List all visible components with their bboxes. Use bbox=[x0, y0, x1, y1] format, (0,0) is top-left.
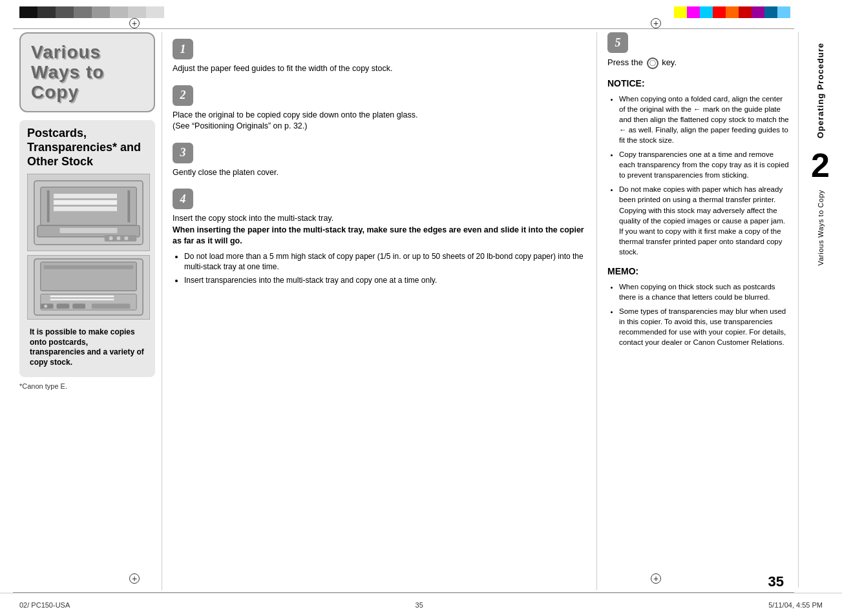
sidebar-subtitle: Various Ways to Copy bbox=[817, 190, 825, 266]
step-2-icon: 2 bbox=[173, 85, 193, 106]
page-number: 35 bbox=[768, 573, 784, 590]
step-5-number: 5 bbox=[615, 36, 621, 50]
copier-svg-top bbox=[28, 174, 149, 251]
key-icon: ◯ bbox=[647, 57, 658, 69]
svg-rect-16 bbox=[50, 298, 114, 300]
bullet-item: Do not load more than a 5 mm high stack … bbox=[184, 251, 586, 273]
step-4-bullets: Do not load more than a 5 mm high stack … bbox=[173, 251, 586, 286]
notice-item: Copy transparencies one at a time and re… bbox=[619, 149, 790, 180]
left-panel: Various Ways to Copy Postcards, Transpar… bbox=[19, 32, 162, 590]
right-panel: 5 Press the ◯ key. NOTICE: When copying … bbox=[596, 32, 790, 590]
registration-mark-top-right bbox=[651, 18, 661, 28]
svg-point-10 bbox=[109, 236, 113, 240]
copier-svg-bottom bbox=[28, 256, 149, 320]
left-section-box: Postcards, Transparencies* and Other Sto… bbox=[19, 120, 155, 376]
memo-list: When copying on thick stock such as post… bbox=[607, 282, 790, 348]
svg-rect-5 bbox=[47, 190, 50, 222]
bullet-item: Insert transparencies into the multi-sta… bbox=[184, 275, 586, 286]
color-bar-left bbox=[19, 6, 164, 18]
notice-item: Do not make copies with paper which has … bbox=[619, 184, 790, 257]
memo-item: Some types of transparencies may blur wh… bbox=[619, 306, 790, 347]
step-3-text: Gently close the platen cover. bbox=[173, 167, 586, 179]
step-5-icon: 5 bbox=[607, 32, 628, 53]
step-2-text: Place the original to be copied copy sid… bbox=[173, 110, 586, 132]
color-swatch bbox=[700, 6, 713, 18]
step-3-icon: 3 bbox=[173, 143, 193, 163]
section-heading: Postcards, Transparencies* and Other Sto… bbox=[27, 127, 147, 169]
right-sidebar: Operating Procedure 2 Various Ways to Co… bbox=[798, 32, 842, 588]
color-swatch bbox=[19, 6, 37, 18]
memo-heading: MEMO: bbox=[607, 266, 790, 276]
color-swatch bbox=[146, 6, 164, 18]
sidebar-title: Operating Procedure bbox=[816, 43, 825, 138]
step-4-number: 4 bbox=[180, 192, 186, 206]
notice-list: When copying onto a folded card, align t… bbox=[607, 94, 790, 257]
color-swatch bbox=[777, 6, 790, 18]
left-caption: It is possible to make copies onto postc… bbox=[27, 323, 147, 370]
top-border bbox=[13, 28, 794, 29]
step-5-text: Press the ◯ key. bbox=[607, 57, 790, 69]
color-swatch bbox=[92, 6, 110, 18]
notice-heading: NOTICE: bbox=[607, 78, 790, 88]
footnote: *Canon type E. bbox=[19, 382, 155, 390]
notice-item: When copying onto a folded card, align t… bbox=[619, 94, 790, 145]
page-title: Various Ways to Copy bbox=[31, 43, 143, 102]
svg-rect-3 bbox=[54, 200, 118, 205]
sidebar-chapter-number: 2 bbox=[811, 149, 830, 182]
copier-illustration-top bbox=[27, 174, 150, 251]
color-swatch bbox=[56, 6, 74, 18]
color-bar-right bbox=[674, 6, 790, 18]
step-4-icon: 4 bbox=[173, 189, 193, 209]
footer-left: 02/ PC150-USA bbox=[19, 601, 70, 609]
step-3-number: 3 bbox=[180, 146, 186, 159]
svg-rect-23 bbox=[72, 303, 85, 309]
color-swatch bbox=[687, 6, 700, 18]
step-1-text: Adjust the paper feed guides to fit the … bbox=[173, 63, 586, 75]
color-swatch bbox=[110, 6, 128, 18]
svg-point-11 bbox=[117, 236, 121, 240]
svg-rect-2 bbox=[54, 193, 118, 198]
step-4-bold: When inserting the paper into the multi-… bbox=[173, 225, 584, 246]
registration-mark-top bbox=[129, 18, 140, 28]
svg-rect-18 bbox=[44, 265, 134, 269]
color-swatch bbox=[74, 6, 92, 18]
svg-point-21 bbox=[44, 304, 47, 307]
color-swatch bbox=[713, 6, 726, 18]
step-2-number: 2 bbox=[180, 88, 186, 102]
color-swatch bbox=[739, 6, 752, 18]
color-swatch bbox=[674, 6, 687, 18]
copier-illustration-bottom bbox=[27, 255, 150, 320]
step-1-number: 1 bbox=[180, 43, 186, 56]
color-swatch bbox=[752, 6, 764, 18]
svg-rect-22 bbox=[57, 303, 70, 309]
color-swatch bbox=[764, 6, 777, 18]
svg-rect-6 bbox=[127, 190, 130, 222]
footer-center: 35 bbox=[416, 601, 423, 609]
color-swatch bbox=[128, 6, 146, 18]
color-swatch bbox=[37, 6, 56, 18]
footer-right: 5/11/04, 4:55 PM bbox=[768, 601, 823, 609]
memo-item: When copying on thick stock such as post… bbox=[619, 282, 790, 302]
svg-rect-8 bbox=[59, 228, 117, 233]
svg-rect-15 bbox=[50, 295, 114, 297]
step-1-icon: 1 bbox=[173, 39, 193, 59]
color-swatch bbox=[726, 6, 739, 18]
footer: 02/ PC150-USA 35 5/11/04, 4:55 PM bbox=[0, 593, 842, 616]
svg-rect-19 bbox=[92, 303, 130, 309]
svg-point-12 bbox=[124, 236, 128, 240]
title-box: Various Ways to Copy bbox=[19, 32, 155, 112]
svg-rect-4 bbox=[54, 206, 118, 211]
main-content: Various Ways to Copy Postcards, Transpar… bbox=[19, 32, 790, 590]
step-4-text: Insert the copy stock into the multi-sta… bbox=[173, 213, 586, 247]
middle-panel: 1 Adjust the paper feed guides to fit th… bbox=[162, 32, 596, 590]
